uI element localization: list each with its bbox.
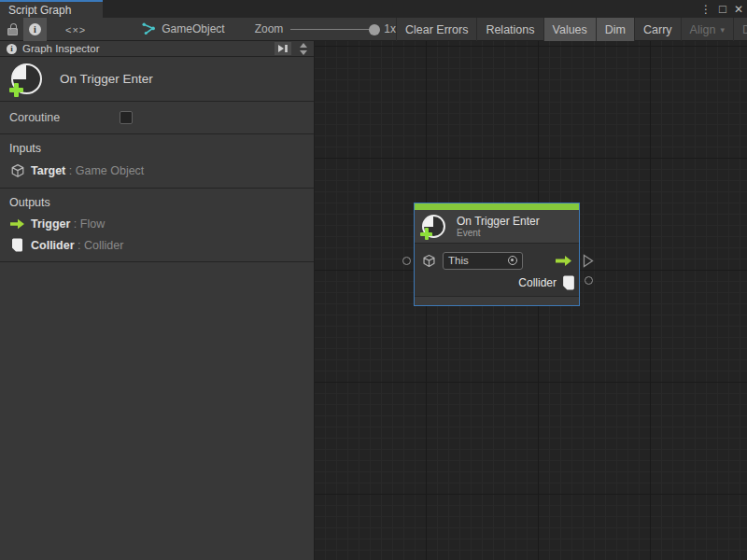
port-name: Trigger (31, 217, 70, 231)
document-icon (9, 238, 25, 252)
zoom-slider-track (290, 29, 376, 31)
node-header[interactable]: On Trigger Enter Event (415, 210, 579, 243)
window-titlebar: Script Graph ⋮ □ ✕ (0, 0, 747, 18)
script-graph-icon (142, 22, 156, 35)
relations-button[interactable]: Relations (476, 18, 543, 41)
flow-arrow-icon (554, 255, 572, 267)
zoom-label: Zoom (255, 22, 284, 35)
chevron-down-icon: ▾ (720, 25, 725, 35)
dock-panel-button[interactable] (275, 42, 291, 55)
document-icon (562, 275, 575, 290)
port-name: Collider (31, 239, 75, 252)
button-label: Relations (486, 23, 534, 36)
plus-icon (9, 83, 23, 97)
info-icon: i (7, 44, 17, 54)
tab-script-graph[interactable]: Script Graph (0, 0, 103, 18)
selected-unit-header: On Trigger Enter (0, 57, 314, 102)
object-picker-icon[interactable] (508, 256, 517, 265)
node-accent-bar (415, 203, 579, 210)
cube-icon (422, 254, 436, 268)
code-icon: <×> (65, 24, 86, 35)
graph-inspector-header: i Graph Inspector (0, 41, 314, 57)
panel-scrubber[interactable] (297, 43, 310, 55)
outputs-heading: Outputs (9, 196, 314, 209)
node-subtitle: Event (457, 228, 540, 239)
align-dropdown-button[interactable]: Align ▾ (681, 18, 733, 41)
plus-icon (420, 228, 432, 240)
cube-icon (9, 163, 25, 178)
coroutine-checkbox[interactable] (120, 111, 133, 124)
zoom-value: 1x (384, 22, 396, 35)
port-separator: : (70, 217, 79, 231)
coroutine-row: Coroutine (0, 102, 314, 134)
window-menu-icon[interactable]: ⋮ (700, 3, 712, 16)
button-label: Values (553, 23, 587, 36)
close-icon[interactable]: ✕ (734, 3, 743, 16)
outputs-section: Outputs Trigger : Flow Collider (0, 189, 314, 262)
port-type: Game Object (76, 164, 145, 177)
zoom-control: Zoom 1x (255, 18, 396, 40)
toolbar-actions: Clear Errors Relations Values Dim Carry … (396, 18, 747, 40)
coroutine-label: Coroutine (9, 111, 120, 124)
inspector-toggle-button[interactable]: i (23, 18, 47, 41)
node-trigger-output-port[interactable] (583, 254, 594, 268)
dock-icon (277, 44, 289, 53)
button-label: Clear Errors (405, 23, 468, 36)
port-name: Target (31, 164, 65, 177)
port-separator: : (65, 164, 75, 177)
port-separator: : (75, 239, 84, 252)
values-button[interactable]: Values (543, 18, 596, 41)
clear-errors-button[interactable]: Clear Errors (396, 18, 476, 41)
event-unit-icon (11, 63, 42, 94)
flow-arrow-icon (9, 218, 25, 230)
inputs-section: Inputs Target : Game Object (0, 134, 314, 189)
button-label: Distribute (742, 23, 747, 36)
graph-inspector-panel: i Graph Inspector On Trigger Enter Corou… (0, 41, 315, 560)
node-collider-row: Collider (415, 272, 579, 293)
node-target-row: This (415, 249, 579, 272)
node-on-trigger-enter[interactable]: On Trigger Enter Event This (414, 203, 580, 306)
button-label: Dim (605, 23, 626, 36)
event-unit-icon (422, 215, 445, 238)
info-icon: i (29, 23, 41, 35)
zoom-slider[interactable] (290, 18, 376, 41)
lock-button[interactable] (2, 18, 23, 41)
port-type: Collider (84, 239, 123, 252)
distribute-dropdown-button[interactable]: Distribute ▾ (733, 18, 747, 41)
chevron-down-icon (300, 50, 307, 55)
button-label: Carry (643, 23, 672, 36)
unit-title: On Trigger Enter (60, 72, 153, 86)
triangle-port-icon (583, 254, 594, 268)
target-object-field[interactable]: This (443, 252, 523, 270)
port-row-collider: Collider : Collider (9, 238, 314, 252)
button-label: Align (690, 23, 716, 36)
tab-label: Script Graph (8, 4, 71, 17)
port-row-target: Target : Game Object (9, 163, 314, 178)
carry-button[interactable]: Carry (634, 18, 681, 41)
chevron-up-icon (300, 43, 307, 48)
dim-button[interactable]: Dim (596, 18, 634, 41)
node-footer (415, 296, 579, 305)
maximize-icon[interactable]: □ (719, 3, 726, 15)
node-input-port[interactable] (402, 257, 411, 265)
panel-title: Graph Inspector (22, 43, 99, 54)
lock-icon (7, 28, 18, 35)
window-controls: ⋮ □ ✕ (700, 0, 743, 18)
target-object-value: This (448, 255, 508, 266)
unity-script-graph-window: Script Graph ⋮ □ ✕ i <×> GameOb (0, 0, 747, 560)
node-collider-output-port[interactable] (585, 276, 593, 285)
collider-port-label: Collider (518, 276, 557, 289)
graph-breadcrumb[interactable]: GameObject (142, 18, 224, 40)
node-body: This Collider (415, 243, 579, 296)
port-row-trigger: Trigger : Flow (9, 217, 314, 231)
port-type: Flow (80, 217, 105, 231)
inputs-heading: Inputs (9, 142, 314, 155)
edit-code-button[interactable]: <×> (60, 18, 92, 41)
graph-toolbar: i <×> GameObject Zoom 1x C (0, 18, 747, 41)
node-title: On Trigger Enter (457, 215, 540, 228)
zoom-slider-handle[interactable] (369, 24, 380, 35)
breadcrumb-label: GameObject (162, 22, 224, 35)
